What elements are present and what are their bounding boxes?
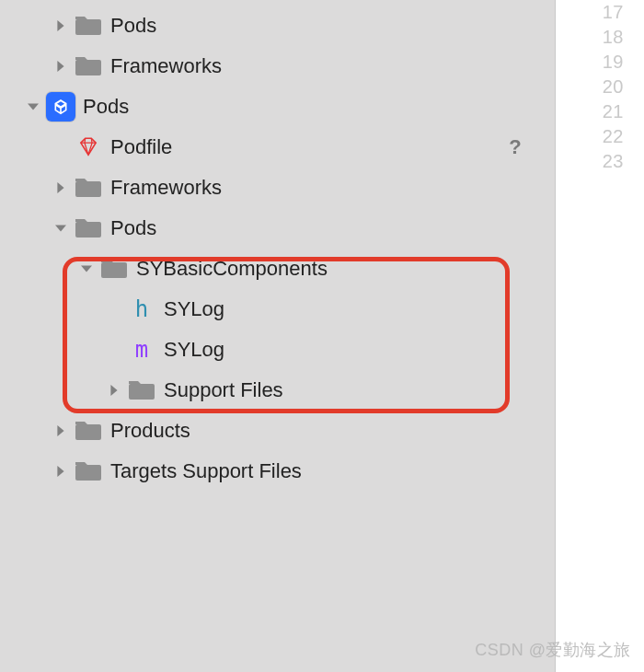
chevron-right-icon[interactable] (52, 422, 70, 440)
chevron-right-icon[interactable] (105, 381, 123, 400)
line-number: 18 (556, 25, 644, 50)
tree-item-sylog-m[interactable]: mSYLog (0, 330, 555, 370)
tree-item-label: Pods (110, 16, 156, 36)
indent-spacer (0, 431, 52, 432)
header-file-icon: h (127, 295, 156, 324)
folder-icon (74, 416, 103, 446)
scm-status-badge: ? (503, 135, 527, 159)
indent-spacer (0, 188, 52, 189)
ruby-file-icon (74, 133, 103, 162)
folder-icon (74, 52, 103, 81)
tree-item-label: Pods (83, 97, 129, 117)
folder-icon (74, 457, 103, 486)
indent-spacer (0, 228, 52, 229)
svg-rect-0 (75, 19, 101, 35)
svg-rect-8 (75, 465, 101, 481)
svg-rect-4 (75, 222, 101, 238)
line-number: 23 (556, 149, 644, 174)
folder-icon (74, 173, 103, 203)
editor-line-gutter: 17181920212223 (556, 0, 644, 672)
line-number: 21 (556, 99, 644, 124)
folder-icon (127, 376, 156, 405)
tree-item-label: Frameworks (110, 178, 222, 198)
csdn-watermark: CSDN @爱勤海之旅 (475, 639, 631, 661)
indent-spacer (0, 147, 52, 148)
chevron-right-icon[interactable] (52, 57, 70, 75)
chevron-down-icon[interactable] (52, 219, 70, 238)
chevron-down-icon[interactable] (24, 98, 42, 116)
tree-item-pods-2[interactable]: Pods (0, 208, 555, 249)
chevron-right-icon[interactable] (52, 17, 70, 35)
tree-item-sylog-h[interactable]: hSYLog (0, 289, 555, 330)
line-number: 17 (556, 0, 644, 25)
indent-spacer (0, 107, 24, 108)
tree-item-label: Products (110, 421, 190, 441)
indent-spacer (0, 26, 52, 27)
file-tree: Pods Frameworks Pods Podfile? Frameworks… (0, 6, 555, 492)
tree-item-support-files[interactable]: Support Files (0, 370, 555, 411)
xcode-project-icon (46, 92, 75, 122)
tree-item-label: Podfile (110, 137, 172, 157)
tree-item-products[interactable]: Products (0, 411, 555, 451)
line-number: 19 (556, 50, 644, 75)
tree-item-project-pods[interactable]: Pods (0, 87, 555, 127)
indent-spacer (0, 309, 105, 310)
folder-icon (74, 11, 103, 41)
tree-item-label: Support Files (164, 380, 283, 400)
tree-item-label: SYLog (164, 299, 224, 319)
tree-item-label: Pods (110, 218, 156, 238)
indent-spacer (0, 350, 105, 351)
tree-item-label: Frameworks (110, 56, 222, 76)
implementation-file-icon: m (127, 335, 156, 365)
project-navigator[interactable]: Pods Frameworks Pods Podfile? Frameworks… (0, 0, 556, 672)
tree-item-targets-support[interactable]: Targets Support Files (0, 451, 555, 492)
tree-item-frameworks-2[interactable]: Frameworks (0, 168, 555, 208)
line-number: 22 (556, 124, 644, 149)
tree-item-top-pods[interactable]: Pods (0, 6, 555, 46)
folder-icon (74, 214, 103, 243)
svg-rect-5 (101, 262, 127, 278)
tree-item-sybasic[interactable]: SYBasicComponents (0, 249, 555, 289)
svg-rect-7 (75, 424, 101, 440)
tree-item-label: SYBasicComponents (136, 259, 328, 279)
tree-item-podfile[interactable]: Podfile? (0, 127, 555, 168)
indent-spacer (0, 390, 105, 391)
svg-rect-3 (75, 181, 101, 197)
chevron-down-icon[interactable] (77, 260, 96, 278)
chevron-right-icon[interactable] (52, 462, 70, 481)
chevron-right-icon[interactable] (52, 179, 70, 197)
tree-item-top-frameworks[interactable]: Frameworks (0, 46, 555, 87)
indent-spacer (0, 471, 52, 472)
tree-item-label: Targets Support Files (110, 461, 302, 481)
indent-spacer (0, 269, 77, 270)
svg-rect-1 (75, 60, 101, 75)
line-number: 20 (556, 75, 644, 99)
tree-item-label: SYLog (164, 340, 224, 360)
svg-rect-6 (129, 384, 155, 400)
folder-icon (99, 254, 129, 284)
indent-spacer (0, 66, 52, 67)
